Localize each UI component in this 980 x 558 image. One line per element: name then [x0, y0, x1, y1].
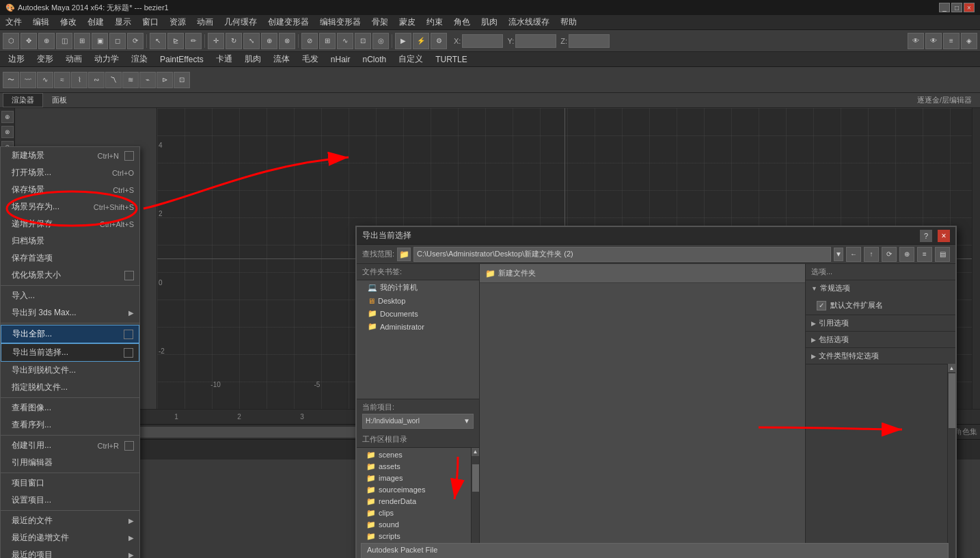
- paint-btn-2[interactable]: 〰: [20, 72, 36, 88]
- toolbar-snap-point[interactable]: ⊡: [355, 33, 371, 49]
- path-refresh-btn[interactable]: ⟳: [882, 247, 897, 262]
- menu-display[interactable]: 显示: [109, 15, 137, 29]
- file-export-to-3dsmax[interactable]: 导出到 3ds Max... ▶: [1, 304, 139, 321]
- current-path-dropdown[interactable]: ▼: [463, 417, 470, 425]
- sec-menu-render[interactable]: 渲染: [126, 52, 153, 66]
- render-tab-renderer[interactable]: 渲染器: [3, 93, 43, 107]
- file-optimize-checkbox[interactable]: [124, 271, 134, 280]
- toolbar-history[interactable]: ⊘: [301, 33, 318, 49]
- file-import[interactable]: 导入...: [1, 287, 139, 304]
- paint-btn-3[interactable]: ∿: [37, 72, 53, 88]
- file-save-prefs[interactable]: 保存首选项: [1, 250, 139, 267]
- file-save-scene[interactable]: 保存场景 Ctrl+S: [1, 181, 139, 198]
- toolbar-ipr[interactable]: ⚡: [413, 33, 429, 49]
- paint-btn-4[interactable]: ≈: [54, 72, 70, 88]
- sec-menu-fluid[interactable]: 流体: [268, 52, 295, 66]
- file-create-ref[interactable]: 创建引用... Ctrl+R: [1, 437, 139, 454]
- paint-btn-7[interactable]: 〽: [105, 72, 122, 88]
- dialog-help-btn[interactable]: ?: [920, 230, 932, 242]
- workdir-renderdata[interactable]: 📁 renderData: [358, 496, 469, 507]
- file-recent-files[interactable]: 最近的文件 ▶: [1, 512, 139, 529]
- menu-modify[interactable]: 修改: [55, 15, 82, 29]
- menu-file[interactable]: 文件: [0, 15, 27, 29]
- workdir-clips[interactable]: 📁 clips: [358, 507, 469, 519]
- toolbar-scale[interactable]: ⤡: [243, 33, 260, 49]
- file-view-image[interactable]: 查看图像...: [1, 399, 139, 416]
- file-ref-editor[interactable]: 引用编辑器: [1, 454, 139, 471]
- paint-btn-1[interactable]: 〜: [3, 72, 19, 88]
- workdir-scripts[interactable]: 📁 scripts: [358, 531, 469, 542]
- paint-btn-9[interactable]: ⌁: [139, 72, 156, 88]
- sec-menu-ncloth[interactable]: nCloth: [357, 53, 392, 66]
- menu-window[interactable]: 窗口: [137, 15, 164, 29]
- toolbar-softmod[interactable]: ⊗: [279, 33, 295, 49]
- toolbar-snap-curve[interactable]: ∿: [337, 33, 353, 49]
- menu-edit[interactable]: 编辑: [27, 15, 55, 29]
- paint-btn-8[interactable]: ≋: [122, 72, 139, 88]
- path-dropdown-btn[interactable]: ▼: [834, 248, 843, 261]
- menu-pipeline[interactable]: 流水线缓存: [503, 15, 555, 29]
- menu-assets[interactable]: 资源: [164, 15, 191, 29]
- toolbar-lasso[interactable]: ⊵: [167, 33, 184, 49]
- filetype-opt-packet[interactable]: Autodesk Packet File: [362, 544, 948, 556]
- checkbox-default-ext-box[interactable]: ✓: [817, 301, 826, 310]
- workdir-scenes[interactable]: 📁 scenes: [358, 449, 469, 461]
- file-export-all[interactable]: 导出全部...: [1, 325, 139, 343]
- toolbar-paint[interactable]: ✏: [185, 33, 202, 49]
- toolbar-rotate[interactable]: ↻: [226, 33, 242, 49]
- file-create-ref-checkbox[interactable]: [124, 441, 134, 451]
- sec-menu-nhair[interactable]: nHair: [325, 53, 356, 66]
- coord-y-input[interactable]: [515, 34, 556, 48]
- paint-btn-11[interactable]: ⊡: [174, 72, 190, 88]
- menu-animation[interactable]: 动画: [191, 15, 219, 29]
- coord-x-input[interactable]: [462, 34, 503, 48]
- file-increment-save[interactable]: 递增并保存 Ctrl+Alt+S: [1, 215, 139, 232]
- bookmark-documents[interactable]: 📁 Documents: [357, 307, 479, 320]
- toolbar-select[interactable]: ↖: [150, 33, 166, 49]
- file-save-as[interactable]: 场景另存为... Ctrl+Shift+S: [1, 198, 139, 215]
- options-general-header[interactable]: ▼ 常规选项: [806, 280, 955, 296]
- options-ref-header[interactable]: ▶ 引用选项: [806, 315, 955, 331]
- coord-z-input[interactable]: [569, 34, 610, 48]
- paint-btn-5[interactable]: ⌇: [71, 72, 87, 88]
- sec-menu-hair[interactable]: 毛发: [297, 52, 324, 66]
- toolbar-btn-4[interactable]: ◫: [56, 33, 72, 49]
- file-export-selected[interactable]: 导出当前选择...: [1, 343, 139, 362]
- minimize-btn[interactable]: _: [939, 3, 950, 12]
- scrollbar-thumb[interactable]: [472, 464, 479, 492]
- toolbar-btn-1[interactable]: ⬡: [3, 33, 19, 49]
- toolbar-hide-selected[interactable]: 👁: [908, 33, 924, 49]
- path-input[interactable]: [413, 247, 831, 262]
- scrollbar-up[interactable]: ▲: [472, 448, 480, 456]
- file-export-selected-checkbox[interactable]: [124, 348, 133, 358]
- menu-create-deformer[interactable]: 创建变形器: [262, 15, 314, 29]
- menu-geocache[interactable]: 几何缓存: [219, 15, 262, 29]
- path-back-btn[interactable]: ←: [846, 247, 861, 262]
- toolbar-btn-8[interactable]: ⟳: [127, 33, 144, 49]
- dialog-close-btn[interactable]: ×: [938, 230, 950, 242]
- bookmark-administrator[interactable]: 📁 Administrator: [357, 320, 479, 333]
- toolbar-render-settings[interactable]: ⚙: [431, 33, 447, 49]
- bookmark-desktop[interactable]: 🖥 Desktop: [357, 295, 479, 307]
- sec-menu-cartoon[interactable]: 卡通: [210, 52, 238, 66]
- file-new-scene[interactable]: 新建场景 Ctrl+N: [1, 147, 139, 164]
- sec-menu-dynamics[interactable]: 动力学: [89, 52, 124, 66]
- toolbar-render-btn[interactable]: ▶: [395, 33, 411, 49]
- close-btn[interactable]: ×: [964, 3, 975, 12]
- path-view-list-btn[interactable]: ≡: [917, 247, 932, 262]
- toolbar-btn-7[interactable]: ◻: [109, 33, 126, 49]
- menu-edit-deformer[interactable]: 编辑变形器: [314, 15, 366, 29]
- sidebar-icon-1[interactable]: ⊕: [1, 111, 14, 123]
- options-scrollbar-up[interactable]: ▲: [948, 364, 955, 372]
- sec-menu-painteffects[interactable]: PaintEffects: [154, 53, 209, 66]
- options-filetype-header[interactable]: ▶ 文件类型特定选项: [806, 348, 955, 364]
- menu-skeleton[interactable]: 骨架: [366, 15, 394, 29]
- paint-btn-10[interactable]: ⊳: [156, 72, 173, 88]
- toolbar-btn-3[interactable]: ⊕: [38, 33, 55, 49]
- workdir-sound[interactable]: 📁 sound: [358, 519, 469, 531]
- sec-menu-muscle[interactable]: 肌肉: [239, 52, 267, 66]
- file-assign-offline[interactable]: 指定脱机文件...: [1, 379, 139, 396]
- toolbar-hypershade[interactable]: ◈: [961, 33, 977, 49]
- file-project-window[interactable]: 项目窗口: [1, 475, 139, 492]
- sec-menu-custom[interactable]: 自定义: [393, 52, 428, 66]
